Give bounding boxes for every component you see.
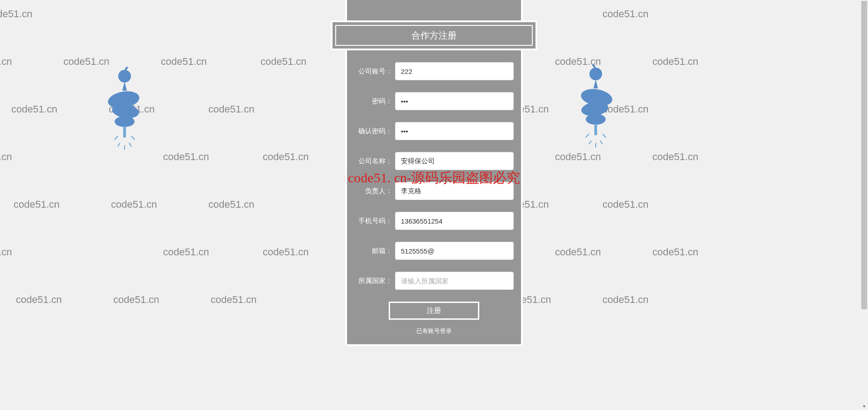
- watermark-text: 1.cn: [0, 246, 12, 258]
- svg-line-17: [589, 141, 591, 144]
- svg-point-10: [589, 68, 602, 80]
- watermark-text: code51.cn: [263, 246, 309, 258]
- watermark-text: code51.cn: [603, 294, 649, 306]
- watermark-text: code51.cn: [555, 56, 601, 68]
- svg-point-3: [115, 116, 135, 127]
- svg-line-6: [131, 136, 135, 140]
- label-email: 邮箱：: [354, 247, 395, 255]
- row-country: 所属国家：: [354, 272, 514, 290]
- login-link[interactable]: 已有账号登录: [354, 327, 514, 335]
- watermark-text: code51.cn: [208, 103, 255, 115]
- scroll-down-icon[interactable]: ▾: [860, 402, 868, 410]
- register-button[interactable]: 注册: [389, 302, 479, 320]
- scrollbar-thumb[interactable]: [861, 1, 867, 309]
- row-password: 密码：: [354, 92, 514, 110]
- email-input[interactable]: [395, 242, 514, 260]
- svg-point-2: [111, 102, 140, 120]
- watermark-text: code51.cn: [16, 294, 62, 306]
- watermark-text: code51.cn: [603, 8, 649, 20]
- watermark-text: code51.cn: [163, 246, 209, 258]
- watermark-text: code51.cn: [555, 151, 601, 163]
- watermark-text: code51.cn: [263, 151, 309, 163]
- svg-rect-4: [123, 126, 126, 137]
- svg-point-1: [106, 89, 140, 111]
- watermark-text: code51.cn: [555, 246, 601, 258]
- watermark-text: code51.cn: [11, 103, 58, 115]
- register-form: 公司账号： 密码： 确认密码： 公司名称： 负责人： 手机号码：: [351, 62, 517, 335]
- label-country: 所属国家：: [354, 277, 395, 285]
- label-phone: 手机号码：: [354, 217, 395, 225]
- row-owner: 负责人：: [354, 182, 514, 200]
- watermark-text: code51.cn: [652, 56, 699, 68]
- register-panel: 合作方注册 公司账号： 密码： 确认密码： 公司名称： 负责人：: [345, 0, 523, 346]
- svg-line-18: [600, 141, 603, 144]
- watermark-text: code51.cn: [113, 294, 159, 306]
- row-account: 公司账号：: [354, 62, 514, 80]
- svg-line-7: [118, 143, 120, 146]
- row-email: 邮箱：: [354, 242, 514, 260]
- label-owner: 负责人：: [354, 187, 395, 195]
- row-company: 公司名称：: [354, 152, 514, 170]
- panel-body: 合作方注册 公司账号： 密码： 确认密码： 公司名称： 负责人：: [345, 0, 523, 346]
- confirm-password-input[interactable]: [395, 122, 514, 140]
- watermark-text: code51.cn: [0, 8, 33, 20]
- watermark-text: code51.cn: [211, 294, 257, 306]
- watermark-text: code51.cn: [109, 103, 155, 115]
- svg-line-15: [586, 134, 589, 137]
- phone-input[interactable]: [395, 212, 514, 230]
- watermark-text: code51.cn: [163, 151, 209, 163]
- company-name-input[interactable]: [395, 152, 514, 170]
- watermark-text: code51.cn: [260, 56, 307, 68]
- watermark-text: code51.cn: [603, 103, 649, 115]
- label-company: 公司名称：: [354, 157, 395, 166]
- svg-point-12: [580, 100, 609, 117]
- svg-line-5: [115, 136, 118, 140]
- svg-point-11: [579, 87, 613, 108]
- row-phone: 手机号码：: [354, 212, 514, 230]
- svg-rect-14: [594, 124, 597, 135]
- watermark-text: code51.cn: [63, 56, 110, 68]
- watermark-text: code51.cn: [603, 199, 649, 210]
- label-password: 密码：: [354, 97, 395, 106]
- row-confirm: 确认密码：: [354, 122, 514, 140]
- watermark-text: code51.cn: [111, 199, 157, 210]
- account-input[interactable]: [395, 62, 514, 80]
- label-account: 公司账号：: [354, 67, 395, 76]
- watermark-text: code51.cn: [14, 199, 60, 210]
- panel-title: 合作方注册: [335, 25, 533, 46]
- ornament-left-icon: [102, 63, 156, 154]
- svg-line-16: [603, 134, 606, 137]
- ornament-right-icon: [571, 61, 625, 152]
- password-input[interactable]: [395, 92, 514, 110]
- watermark-text: code51.cn: [652, 246, 699, 258]
- panel-header: 合作方注册: [331, 20, 537, 50]
- label-confirm: 确认密码：: [354, 127, 395, 136]
- scrollbar[interactable]: ▾: [860, 0, 868, 410]
- country-input[interactable]: [395, 272, 514, 290]
- watermark-text: code51.cn: [161, 56, 207, 68]
- watermark-text: code51.cn: [652, 151, 699, 163]
- watermark-text: code51.cn: [208, 199, 255, 210]
- owner-input[interactable]: [395, 182, 514, 200]
- svg-line-8: [129, 143, 131, 146]
- svg-point-0: [118, 70, 131, 83]
- watermark-text: 1.cn: [0, 151, 12, 163]
- watermark-text: 1.cn: [0, 56, 12, 68]
- svg-point-13: [586, 114, 606, 125]
